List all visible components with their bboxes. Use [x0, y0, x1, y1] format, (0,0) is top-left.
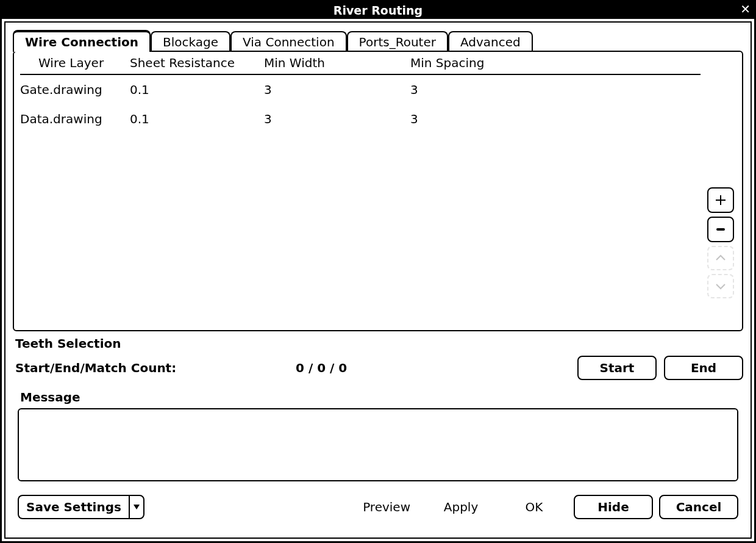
cell-min-spacing: 3 — [410, 112, 532, 126]
count-label: Start/End/Match Count: — [15, 361, 296, 375]
cancel-button[interactable]: Cancel — [659, 495, 738, 519]
cell-min-width: 3 — [264, 112, 410, 126]
tab-panel: Wire Layer Sheet Resistance Min Width Mi… — [13, 51, 743, 331]
add-row-button[interactable] — [707, 187, 734, 213]
triangle-down-icon — [133, 504, 140, 510]
tab-blockage[interactable]: Blockage — [151, 31, 230, 52]
start-end-buttons: Start End — [577, 356, 743, 380]
table-row[interactable]: Gate.drawing 0.1 3 3 — [20, 75, 701, 104]
end-button[interactable]: End — [664, 356, 743, 380]
cell-wire-layer: Gate.drawing — [20, 82, 130, 97]
cell-min-spacing: 3 — [410, 82, 532, 97]
tab-label: Advanced — [460, 35, 521, 49]
count-row: Start/End/Match Count: 0 / 0 / 0 Start E… — [15, 356, 743, 380]
count-value: 0 / 0 / 0 — [296, 361, 577, 375]
table-header: Wire Layer Sheet Resistance Min Width Mi… — [20, 56, 701, 75]
row-action-buttons — [705, 56, 736, 326]
apply-button[interactable]: Apply — [427, 496, 494, 518]
titlebar: River Routing ✕ — [2, 2, 754, 19]
remove-row-button[interactable] — [707, 217, 734, 242]
cell-sheet-resistance: 0.1 — [130, 82, 264, 97]
preview-button[interactable]: Preview — [352, 496, 421, 518]
save-settings-dropdown[interactable] — [129, 495, 144, 519]
save-settings-button[interactable]: Save Settings — [18, 495, 129, 519]
cell-sheet-resistance: 0.1 — [130, 112, 264, 126]
tab-label: Blockage — [163, 35, 218, 49]
move-down-button[interactable] — [707, 274, 734, 298]
col-min-width: Min Width — [264, 56, 410, 70]
table-row[interactable]: Data.drawing 0.1 3 3 — [20, 104, 701, 134]
start-button[interactable]: Start — [577, 356, 657, 380]
dialog-window: River Routing ✕ Wire Connection Blockage… — [0, 0, 756, 543]
bottom-row: Save Settings Preview Apply OK Hide Canc… — [13, 495, 743, 519]
move-up-button[interactable] — [707, 246, 734, 270]
dialog-content: Wire Connection Blockage Via Connection … — [4, 21, 752, 539]
tab-via-connection[interactable]: Via Connection — [230, 31, 347, 52]
message-label: Message — [20, 390, 743, 405]
close-icon[interactable]: ✕ — [740, 3, 751, 15]
tab-label: Via Connection — [243, 35, 335, 49]
col-min-spacing: Min Spacing — [410, 56, 532, 70]
tab-label: Wire Connection — [25, 35, 138, 49]
cell-min-width: 3 — [264, 82, 410, 97]
save-settings-split-button: Save Settings — [18, 495, 144, 519]
hide-button[interactable]: Hide — [574, 495, 653, 519]
tabs: Wire Connection Blockage Via Connection … — [13, 30, 743, 52]
cell-wire-layer: Data.drawing — [20, 112, 130, 126]
chevron-up-icon — [715, 254, 726, 262]
tab-label: Ports_Router — [359, 35, 436, 49]
col-sheet-resistance: Sheet Resistance — [130, 56, 264, 70]
tab-wire-connection[interactable]: Wire Connection — [13, 30, 151, 52]
minus-icon — [715, 223, 727, 236]
window-title: River Routing — [333, 4, 423, 17]
plus-icon — [715, 194, 727, 206]
message-box[interactable] — [18, 408, 738, 481]
svg-rect-0 — [716, 228, 725, 231]
tab-advanced[interactable]: Advanced — [448, 31, 533, 52]
teeth-selection-label: Teeth Selection — [15, 336, 743, 351]
ok-button[interactable]: OK — [501, 496, 568, 518]
chevron-down-icon — [715, 282, 726, 290]
tab-ports-router[interactable]: Ports_Router — [347, 31, 448, 52]
col-wire-layer: Wire Layer — [20, 56, 130, 70]
wire-layer-table: Wire Layer Sheet Resistance Min Width Mi… — [20, 56, 705, 326]
